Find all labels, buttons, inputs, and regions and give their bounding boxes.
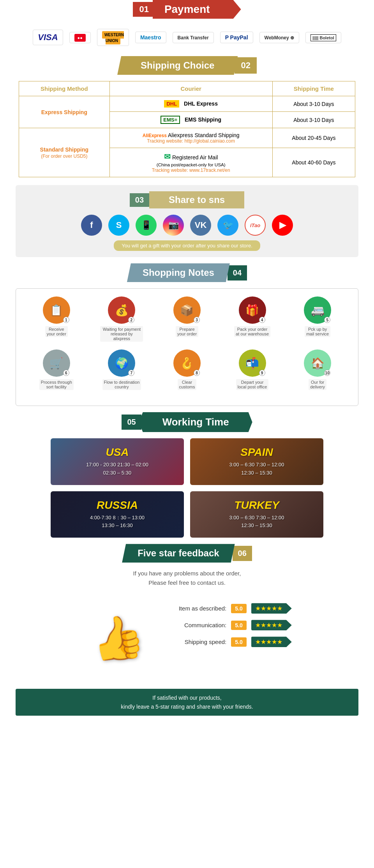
facebook-icon[interactable]: f bbox=[81, 215, 102, 236]
share-header: 03 Share to sns bbox=[22, 191, 352, 208]
step-2-icon: 💰 2 bbox=[108, 296, 135, 324]
share-note: You will get a gift with your order afte… bbox=[114, 240, 260, 251]
western-union-icon: WESTERNUNION bbox=[97, 29, 129, 46]
payment-title: Payment bbox=[153, 0, 241, 19]
rating-row-item: Item as described: 5.0 ★★★★★ bbox=[164, 603, 291, 614]
russia-hours: 4:00-7:30 8：30 – 13:0013:30 – 16:30 bbox=[58, 514, 176, 530]
vk-icon[interactable]: VK bbox=[190, 215, 211, 236]
table-row: Standard Shipping(For order over USD5) A… bbox=[19, 128, 355, 148]
step-9-label: Depart yourlocal post office bbox=[236, 379, 269, 390]
russia-country: RUSSIA bbox=[58, 499, 176, 512]
working-time-number: 05 bbox=[122, 415, 141, 430]
maestro-icon: Maestro bbox=[135, 32, 166, 43]
spain-content: SPAIN 3:00 – 6:30 7:30 – 12:0012:30 – 15… bbox=[198, 446, 316, 477]
usa-hours: 17:00 - 20:30 21:30 – 02:0002:30 – 5:30 bbox=[58, 461, 176, 477]
social-icons: f S 📱 📷 VK 🐦 iTao ▶ bbox=[22, 215, 352, 236]
airmail-courier: ✉ Registered Air Mail (China post/epacke… bbox=[109, 148, 272, 177]
paypal-icon: P PayPal bbox=[220, 32, 253, 43]
rating-stars-comm: ★★★★★ bbox=[251, 620, 292, 630]
bottom-note: If satisfied with our products, kindly l… bbox=[16, 689, 358, 716]
col-shipping-time: Shipping Time bbox=[272, 81, 355, 96]
ems-time: About 3-10 Days bbox=[272, 112, 355, 128]
share-section: 03 Share to sns f S 📱 📷 VK 🐦 iTao ▶ You … bbox=[16, 185, 358, 257]
payment-number: 01 bbox=[133, 2, 155, 17]
ratings-list: Item as described: 5.0 ★★★★★ Communicati… bbox=[164, 595, 291, 647]
steps-row-2: 🛒 6 Process throughsort facility 🌍 7 Flo… bbox=[24, 349, 350, 390]
spain-country: SPAIN bbox=[198, 446, 316, 459]
step-2-label: Waiting for paymentreleased by alixpress bbox=[100, 326, 143, 342]
skype-icon[interactable]: S bbox=[108, 215, 129, 236]
instagram-icon[interactable]: 📷 bbox=[163, 215, 184, 236]
step-3-label: Prepareyour order bbox=[176, 326, 198, 337]
standard-shipping-label: Standard Shipping(For order over USD5) bbox=[19, 128, 110, 177]
ali-time: About 20-45 Days bbox=[272, 128, 355, 148]
step-5: 🚐 5 Pck up bymail service bbox=[296, 296, 339, 342]
rating-label-item: Item as described: bbox=[164, 605, 226, 612]
rating-row-comm: Communication: 5.0 ★★★★★ bbox=[164, 620, 291, 630]
step-8-icon: 🪝 8 bbox=[173, 349, 201, 377]
shipping-number: 02 bbox=[235, 57, 256, 74]
rating-stars-item: ★★★★★ bbox=[251, 603, 292, 614]
rating-score-shipping: 5.0 bbox=[231, 637, 246, 647]
usa-country: USA bbox=[58, 446, 176, 459]
bank-transfer-icon: Bank Transfer bbox=[173, 32, 214, 43]
payment-header: 01 Payment bbox=[0, 0, 374, 19]
russia-content: RUSSIA 4:00-7:30 8：30 – 13:0013:30 – 16:… bbox=[58, 499, 176, 530]
visa-icon: VISA bbox=[33, 30, 63, 45]
step-6-icon: 🛒 6 bbox=[43, 349, 70, 377]
whatsapp-icon[interactable]: 📱 bbox=[136, 215, 157, 236]
five-star-header: Five star feedback 06 bbox=[16, 544, 358, 563]
itao-icon[interactable]: iTao bbox=[245, 215, 266, 236]
time-card-spain: SPAIN 3:00 – 6:30 7:30 – 12:0012:30 – 15… bbox=[190, 438, 323, 485]
turkey-content: TURKEY 3:00 – 6:30 7:30 – 12:0012:30 – 1… bbox=[198, 499, 316, 530]
step-10-icon: 🏠 10 bbox=[304, 349, 331, 377]
usa-content: USA 17:00 - 20:30 21:30 – 02:0002:30 – 5… bbox=[58, 446, 176, 477]
step-4: 🎁 4 Pack your orderat our warehouse bbox=[231, 296, 274, 342]
step-4-icon: 🎁 4 bbox=[239, 296, 266, 324]
step-7-icon: 🌍 7 bbox=[108, 349, 135, 377]
turkey-country: TURKEY bbox=[198, 499, 316, 512]
working-time-title: Working Time bbox=[139, 412, 252, 432]
payment-icons: VISA ●● WESTERNUNION Maestro Bank Transf… bbox=[0, 25, 374, 50]
step-3: 📦 3 Prepareyour order bbox=[166, 296, 208, 342]
mastercard-icon: ●● bbox=[69, 32, 91, 43]
spain-hours: 3:00 – 6:30 7:30 – 12:0012:30 – 15:30 bbox=[198, 461, 316, 477]
step-10-label: Our fordelivery bbox=[309, 379, 326, 390]
shipping-header: Shipping Choice 02 bbox=[16, 56, 358, 75]
step-5-label: Pck up bymail service bbox=[305, 326, 330, 337]
col-courier: Courier bbox=[109, 81, 272, 96]
shipping-section: Shipping Choice 02 Shipping Method Couri… bbox=[0, 56, 374, 177]
post-logo: ✉ bbox=[164, 152, 171, 161]
dhl-logo: DHL bbox=[164, 100, 179, 108]
thumbs-up-image: 👍 bbox=[82, 595, 152, 681]
five-star-title: Five star feedback bbox=[122, 544, 235, 563]
steps-container: 📋 1 Receiveyour order 💰 2 Waiting for pa… bbox=[16, 288, 358, 406]
five-star-note: If you have any problems about the order… bbox=[16, 569, 358, 587]
ems-courier: EMS≡ EMS Shipping bbox=[109, 112, 272, 128]
step-1-label: Receiveyour order bbox=[45, 326, 68, 337]
turkey-hours: 3:00 – 6:30 7:30 – 12:0012:30 – 15:30 bbox=[198, 514, 316, 530]
rating-row-shipping: Shipping speed: 5.0 ★★★★★ bbox=[164, 637, 291, 647]
step-8-label: Clearcustoms bbox=[178, 379, 197, 390]
shopping-notes-number: 04 bbox=[228, 265, 247, 281]
webmoney-icon: WebMoney ⊕ bbox=[259, 32, 299, 43]
col-shipping-method: Shipping Method bbox=[19, 81, 110, 96]
step-1: 📋 1 Receiveyour order bbox=[35, 296, 78, 342]
step-10: 🏠 10 Our fordelivery bbox=[296, 349, 339, 390]
share-number: 03 bbox=[130, 193, 149, 207]
time-card-usa: USA 17:00 - 20:30 21:30 – 02:0002:30 – 5… bbox=[51, 438, 184, 485]
step-2: 💰 2 Waiting for paymentreleased by alixp… bbox=[100, 296, 143, 342]
working-time-header: 05 Working Time bbox=[16, 412, 358, 432]
ali-tracking: Tracking website: http://global.cainiao.… bbox=[115, 138, 267, 144]
share-title: Share to sns bbox=[149, 191, 244, 208]
step-8: 🪝 8 Clearcustoms bbox=[166, 349, 208, 390]
dhl-time: About 3-10 Days bbox=[272, 96, 355, 112]
rating-score-item: 5.0 bbox=[231, 604, 246, 613]
shopping-notes-section: Shopping Notes 04 📋 1 Receiveyour order … bbox=[16, 263, 358, 406]
youtube-icon[interactable]: ▶ bbox=[272, 215, 293, 236]
twitter-icon[interactable]: 🐦 bbox=[217, 215, 238, 236]
express-shipping-label: Express Shipping bbox=[19, 96, 110, 128]
step-5-icon: 🚐 5 bbox=[304, 296, 331, 324]
step-6: 🛒 6 Process throughsort facility bbox=[35, 349, 78, 390]
rating-label-comm: Communication: bbox=[164, 622, 226, 628]
